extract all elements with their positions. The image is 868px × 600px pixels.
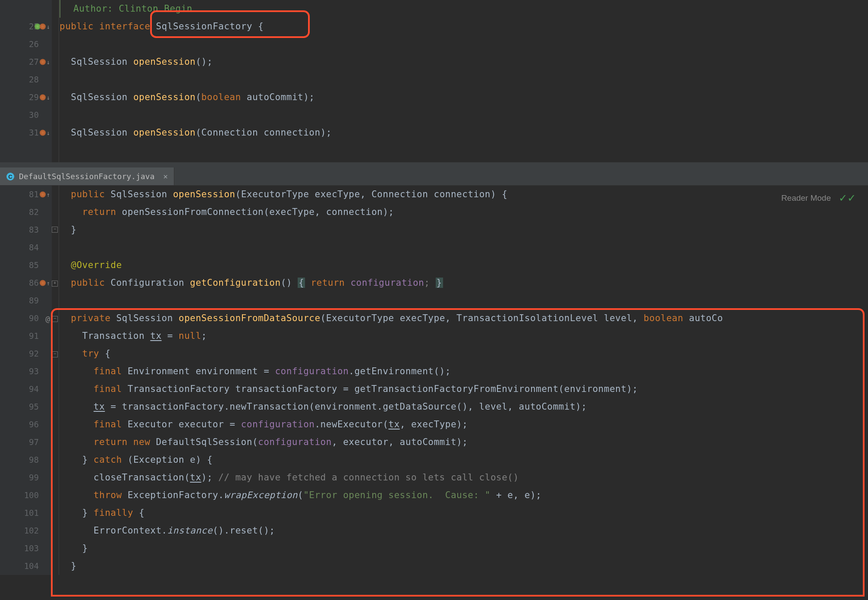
code-line[interactable]: } catch (Exception e) {: [60, 451, 868, 469]
editor-tab-bar: C DefaultSqlSessionFactory.java ×: [0, 167, 868, 186]
code-line[interactable]: } finally {: [60, 504, 868, 522]
code-line[interactable]: }: [60, 540, 868, 557]
line-number: 101: [0, 504, 39, 522]
fold-marker-icon[interactable]: −: [52, 351, 58, 357]
line-number: 82: [0, 203, 39, 221]
line-number: 97: [0, 433, 39, 451]
code-line[interactable]: try {: [60, 345, 868, 363]
code-line[interactable]: }: [60, 221, 868, 239]
line-number: 83: [0, 221, 39, 239]
code-bottom[interactable]: public SqlSession openSession(ExecutorTy…: [52, 186, 868, 575]
code-line[interactable]: ErrorContext.instance().reset();: [60, 522, 868, 540]
code-line[interactable]: return openSessionFromConnection(execTyp…: [60, 203, 868, 221]
code-line[interactable]: SqlSession openSession(boolean autoCommi…: [60, 88, 868, 106]
line-number: 95: [0, 398, 39, 416]
code-line[interactable]: final Executor executor = configuration.…: [60, 416, 868, 433]
gutter-bottom: 81↑8283848586↑8990@919293949596979899100…: [0, 186, 52, 575]
code-line[interactable]: [60, 71, 868, 88]
gutter-top: 25↓2627↓2829↓3031↓: [0, 0, 52, 162]
code-line[interactable]: [60, 35, 868, 53]
line-number: 102: [0, 522, 39, 540]
top-editor-pane[interactable]: 25↓2627↓2829↓3031↓ Author: Clinton Begin…: [0, 0, 868, 162]
code-line[interactable]: @Override: [60, 256, 868, 274]
line-number: 100: [0, 486, 39, 504]
code-line[interactable]: public interface SqlSessionFactory {: [60, 18, 868, 35]
line-number: 30: [0, 106, 39, 124]
line-number: 29↓: [0, 88, 39, 106]
code-line[interactable]: SqlSession openSession(Connection connec…: [60, 124, 868, 142]
line-number: 103: [0, 540, 39, 557]
line-number: 91: [0, 327, 39, 345]
code-line[interactable]: [60, 239, 868, 256]
line-number: 26: [0, 35, 39, 53]
code-line[interactable]: final Environment environment = configur…: [60, 363, 868, 380]
line-number: 90@: [0, 309, 39, 327]
line-number: 99: [0, 469, 39, 486]
line-number: 104: [0, 557, 39, 575]
line-number: 25↓: [0, 18, 39, 35]
line-number: 98: [0, 451, 39, 469]
code-top[interactable]: Author: Clinton Beginpublic interface Sq…: [52, 0, 868, 162]
line-number: 89: [0, 292, 39, 309]
code-line[interactable]: tx = transactionFactory.newTransaction(e…: [60, 398, 868, 416]
line-number: 92: [0, 345, 39, 363]
code-line[interactable]: SqlSession openSession();: [60, 53, 868, 71]
line-number: 27↓: [0, 53, 39, 71]
tab-close-icon[interactable]: ×: [159, 172, 168, 181]
code-line[interactable]: return new DefaultSqlSession(configurati…: [60, 433, 868, 451]
code-line[interactable]: throw ExceptionFactory.wrapException("Er…: [60, 486, 868, 504]
bottom-editor-pane[interactable]: Reader Mode ✓✓ − + − − 81↑8283848586↑899…: [0, 186, 868, 575]
editor-tab-defaultsqlsessionfactory[interactable]: C DefaultSqlSessionFactory.java ×: [0, 167, 174, 185]
line-number: 93: [0, 363, 39, 380]
fold-marker-icon[interactable]: −: [52, 227, 58, 233]
line-number: 96: [0, 416, 39, 433]
fold-marker-icon[interactable]: −: [52, 316, 58, 322]
code-line[interactable]: }: [60, 557, 868, 575]
line-number: 31↓: [0, 124, 39, 142]
tab-filename: DefaultSqlSessionFactory.java: [19, 172, 154, 181]
line-number: 84: [0, 239, 39, 256]
line-number: 86↑: [0, 274, 39, 292]
code-line[interactable]: public SqlSession openSession(ExecutorTy…: [60, 186, 868, 203]
code-line[interactable]: public Configuration getConfiguration() …: [60, 274, 868, 292]
fold-column-top: [51, 0, 59, 162]
code-line[interactable]: final TransactionFactory transactionFact…: [60, 380, 868, 398]
line-number: 28: [0, 71, 39, 88]
java-class-icon: C: [6, 172, 15, 181]
svg-text:C: C: [8, 174, 13, 180]
pane-divider[interactable]: [0, 162, 868, 167]
fold-marker-icon[interactable]: +: [52, 281, 58, 287]
code-line[interactable]: Transaction tx = null;: [60, 327, 868, 345]
code-line[interactable]: [60, 106, 868, 124]
code-line[interactable]: private SqlSession openSessionFromDataSo…: [60, 309, 868, 327]
code-line[interactable]: [60, 292, 868, 309]
fold-column-bottom: − + − −: [51, 186, 59, 575]
line-number: 81↑: [0, 186, 39, 203]
code-line[interactable]: closeTransaction(tx); // may have fetche…: [60, 469, 868, 486]
line-number: 85: [0, 256, 39, 274]
line-number: 94: [0, 380, 39, 398]
